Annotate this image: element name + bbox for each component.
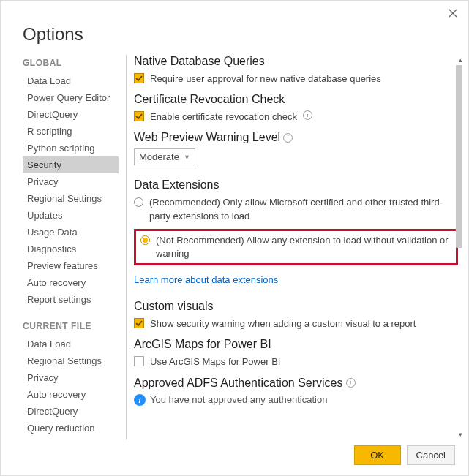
highlight-box: (Not Recommended) Allow any extension to… (134, 229, 458, 265)
sidebar-item-regional-settings[interactable]: Regional Settings (23, 190, 119, 207)
info-icon[interactable]: i (283, 133, 293, 143)
scroll-down-button[interactable]: ▾ (455, 429, 462, 439)
sidebar-item-data-load[interactable]: Data Load (23, 336, 119, 352)
scroll-up-button[interactable]: ▴ (455, 55, 462, 65)
section-cert-revocation: Certificate Revocation Check (134, 93, 458, 106)
sidebar-item-auto-recovery[interactable]: Auto recovery (23, 274, 119, 291)
scroll-track[interactable] (455, 65, 462, 429)
checkbox-label: Require user approval for new native dat… (150, 72, 381, 86)
chevron-down-icon: ▼ (184, 154, 190, 161)
section-web-preview: Web Preview Warning Level i (134, 131, 458, 144)
sidebar-item-usage-data[interactable]: Usage Data (23, 224, 119, 241)
sidebar-item-power-query-editor[interactable]: Power Query Editor (23, 89, 119, 106)
check-icon (135, 113, 143, 120)
radio-label: (Not Recommended) Allow any extension to… (156, 234, 451, 260)
close-button[interactable] (445, 5, 461, 21)
content-pane: Native Database Queries Require user app… (134, 55, 462, 439)
web-preview-select[interactable]: Moderate ▼ (134, 148, 195, 165)
sidebar-item-query-reduction[interactable]: Query reduction (23, 420, 119, 437)
sidebar-item-python-scripting[interactable]: Python scripting (23, 140, 119, 156)
checkbox-custom-visuals[interactable] (134, 318, 144, 328)
info-icon: i (134, 394, 146, 406)
section-native-db-queries: Native Database Queries (134, 55, 458, 68)
sidebar-item-updates[interactable]: Updates (23, 207, 119, 224)
ok-button[interactable]: OK (354, 445, 401, 465)
sidebar-item-directquery[interactable]: DirectQuery (23, 403, 119, 420)
check-icon (135, 320, 143, 327)
sidebar-item-diagnostics[interactable]: Diagnostics (23, 241, 119, 257)
check-icon (135, 75, 143, 82)
radio-label: (Recommended) Only allow Microsoft certi… (149, 196, 458, 222)
scrollbar[interactable]: ▴ ▾ (455, 55, 462, 439)
sidebar-item-r-scripting[interactable]: R scripting (23, 123, 119, 140)
sidebar: GLOBAL Data LoadPower Query EditorDirect… (23, 55, 121, 439)
sidebar-item-privacy[interactable]: Privacy (23, 173, 119, 190)
sidebar-item-report-settings[interactable]: Report settings (23, 291, 119, 308)
radio-recommended[interactable] (134, 197, 143, 207)
sidebar-item-auto-recovery[interactable]: Auto recovery (23, 386, 119, 403)
sidebar-item-privacy[interactable]: Privacy (23, 369, 119, 386)
section-data-extensions: Data Extensions (134, 178, 458, 192)
select-value: Moderate (139, 151, 179, 162)
sidebar-item-data-load[interactable]: Data Load (23, 72, 119, 89)
options-dialog: Options GLOBAL Data LoadPower Query Edit… (0, 0, 469, 476)
checkbox-require-approval[interactable] (134, 73, 144, 83)
section-custom-visuals: Custom visuals (134, 300, 458, 313)
sidebar-header-current-file: CURRENT FILE (23, 321, 119, 331)
info-icon[interactable]: i (303, 110, 312, 120)
checkbox-cert-revocation[interactable] (134, 111, 144, 121)
radio-not-recommended[interactable] (140, 235, 150, 245)
checkbox-arcgis[interactable] (134, 356, 144, 366)
adfs-info-text: You have not approved any authentication (150, 394, 327, 405)
sidebar-item-directquery[interactable]: DirectQuery (23, 106, 119, 123)
scroll-thumb[interactable] (456, 65, 462, 248)
sidebar-header-global: GLOBAL (23, 58, 119, 68)
sidebar-item-preview-features[interactable]: Preview features (23, 257, 119, 274)
vertical-divider (126, 55, 127, 439)
checkbox-label: Show security warning when adding a cust… (150, 317, 416, 330)
link-learn-more-extensions[interactable]: Learn more about data extensions (134, 274, 278, 285)
dialog-title: Options (1, 21, 468, 55)
checkbox-label: Use ArcGIS Maps for Power BI (150, 355, 280, 369)
section-arcgis: ArcGIS Maps for Power BI (134, 338, 458, 351)
checkbox-label: Enable certificate revocation check (150, 110, 297, 124)
section-adfs: Approved ADFS Authentication Services i (134, 377, 458, 390)
close-icon (449, 9, 457, 18)
cancel-button[interactable]: Cancel (407, 445, 455, 465)
sidebar-item-security[interactable]: Security (23, 156, 119, 173)
sidebar-item-regional-settings[interactable]: Regional Settings (23, 352, 119, 369)
info-icon[interactable]: i (346, 378, 356, 388)
